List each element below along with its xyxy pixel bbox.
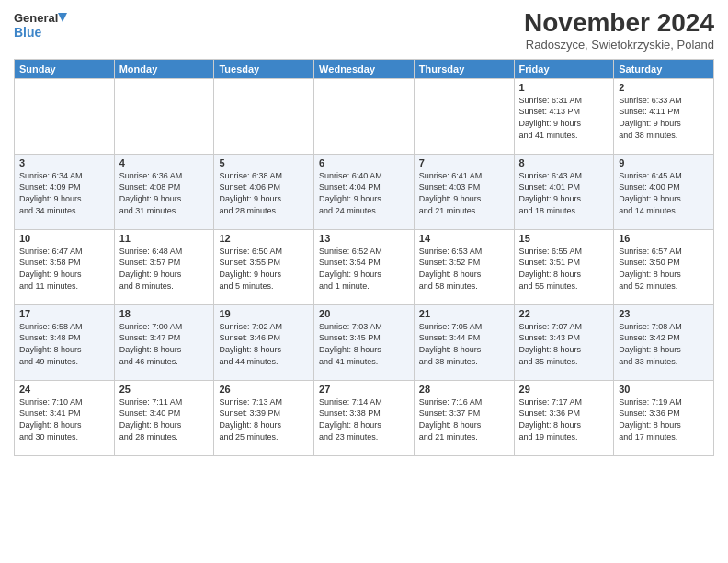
calendar-cell: 27Sunrise: 7:14 AM Sunset: 3:38 PM Dayli…: [314, 380, 415, 455]
calendar-cell: 12Sunrise: 6:50 AM Sunset: 3:55 PM Dayli…: [214, 229, 314, 304]
day-info: Sunrise: 7:19 AM Sunset: 3:36 PM Dayligh…: [619, 396, 709, 442]
day-info: Sunrise: 6:38 AM Sunset: 4:06 PM Dayligh…: [219, 170, 309, 216]
weekday-header-sunday: Sunday: [15, 59, 115, 78]
calendar-cell: 1Sunrise: 6:31 AM Sunset: 4:13 PM Daylig…: [514, 78, 614, 154]
day-number: 6: [319, 157, 409, 168]
calendar-cell: 29Sunrise: 7:17 AM Sunset: 3:36 PM Dayli…: [514, 380, 614, 455]
day-number: 5: [219, 157, 309, 168]
calendar-week-3: 10Sunrise: 6:47 AM Sunset: 3:58 PM Dayli…: [15, 229, 714, 304]
calendar-cell: [114, 78, 214, 154]
day-number: 15: [519, 233, 609, 244]
calendar-cell: 5Sunrise: 6:38 AM Sunset: 4:06 PM Daylig…: [214, 154, 314, 229]
calendar-week-2: 3Sunrise: 6:34 AM Sunset: 4:09 PM Daylig…: [15, 154, 714, 229]
calendar-cell: [314, 78, 415, 154]
day-info: Sunrise: 7:03 AM Sunset: 3:45 PM Dayligh…: [319, 321, 409, 367]
day-info: Sunrise: 7:00 AM Sunset: 3:47 PM Dayligh…: [119, 321, 210, 367]
day-info: Sunrise: 7:08 AM Sunset: 3:42 PM Dayligh…: [619, 321, 709, 367]
day-number: 16: [619, 233, 709, 244]
calendar-week-1: 1Sunrise: 6:31 AM Sunset: 4:13 PM Daylig…: [15, 78, 714, 154]
weekday-header-row: SundayMondayTuesdayWednesdayThursdayFrid…: [15, 59, 714, 78]
calendar-cell: 24Sunrise: 7:10 AM Sunset: 3:41 PM Dayli…: [15, 380, 115, 455]
day-info: Sunrise: 6:50 AM Sunset: 3:55 PM Dayligh…: [219, 246, 309, 292]
day-number: 18: [119, 308, 210, 319]
logo-icon: GeneralBlue: [14, 9, 69, 42]
calendar-cell: 16Sunrise: 6:57 AM Sunset: 3:50 PM Dayli…: [614, 229, 714, 304]
day-info: Sunrise: 7:02 AM Sunset: 3:46 PM Dayligh…: [219, 321, 309, 367]
calendar-cell: 19Sunrise: 7:02 AM Sunset: 3:46 PM Dayli…: [214, 304, 314, 380]
day-number: 12: [219, 233, 309, 244]
day-number: 7: [419, 157, 509, 168]
svg-text:Blue: Blue: [14, 25, 42, 40]
logo: GeneralBlue: [14, 9, 69, 42]
day-number: 20: [319, 308, 409, 319]
day-info: Sunrise: 7:13 AM Sunset: 3:39 PM Dayligh…: [219, 396, 309, 442]
day-number: 1: [519, 82, 609, 93]
day-number: 2: [619, 82, 709, 93]
calendar-cell: [15, 78, 115, 154]
header: GeneralBlue November 2024 Radoszyce, Swi…: [14, 9, 714, 52]
calendar-cell: 17Sunrise: 6:58 AM Sunset: 3:48 PM Dayli…: [15, 304, 115, 380]
day-info: Sunrise: 7:16 AM Sunset: 3:37 PM Dayligh…: [419, 396, 509, 442]
calendar-table: SundayMondayTuesdayWednesdayThursdayFrid…: [14, 59, 714, 456]
day-info: Sunrise: 6:57 AM Sunset: 3:50 PM Dayligh…: [619, 246, 709, 292]
day-info: Sunrise: 6:33 AM Sunset: 4:11 PM Dayligh…: [619, 95, 709, 141]
calendar-week-4: 17Sunrise: 6:58 AM Sunset: 3:48 PM Dayli…: [15, 304, 714, 380]
weekday-header-friday: Friday: [514, 59, 614, 78]
day-info: Sunrise: 6:48 AM Sunset: 3:57 PM Dayligh…: [119, 246, 210, 292]
calendar-cell: 2Sunrise: 6:33 AM Sunset: 4:11 PM Daylig…: [614, 78, 714, 154]
calendar-cell: 15Sunrise: 6:55 AM Sunset: 3:51 PM Dayli…: [514, 229, 614, 304]
day-number: 3: [19, 157, 109, 168]
calendar-cell: 13Sunrise: 6:52 AM Sunset: 3:54 PM Dayli…: [314, 229, 415, 304]
day-number: 30: [619, 384, 709, 395]
day-number: 22: [519, 308, 609, 319]
day-number: 21: [419, 308, 509, 319]
svg-marker-2: [58, 13, 67, 22]
calendar-week-5: 24Sunrise: 7:10 AM Sunset: 3:41 PM Dayli…: [15, 380, 714, 455]
day-number: 25: [119, 384, 210, 395]
weekday-header-tuesday: Tuesday: [214, 59, 314, 78]
location-subtitle: Radoszyce, Swietokrzyskie, Poland: [524, 38, 714, 52]
calendar-cell: [414, 78, 514, 154]
day-number: 26: [219, 384, 309, 395]
day-number: 4: [119, 157, 210, 168]
calendar-cell: [214, 78, 314, 154]
calendar-cell: 11Sunrise: 6:48 AM Sunset: 3:57 PM Dayli…: [114, 229, 214, 304]
calendar-cell: 30Sunrise: 7:19 AM Sunset: 3:36 PM Dayli…: [614, 380, 714, 455]
day-info: Sunrise: 6:47 AM Sunset: 3:58 PM Dayligh…: [19, 246, 109, 292]
weekday-header-monday: Monday: [114, 59, 214, 78]
day-number: 28: [419, 384, 509, 395]
day-info: Sunrise: 7:14 AM Sunset: 3:38 PM Dayligh…: [319, 396, 409, 442]
day-number: 8: [519, 157, 609, 168]
weekday-header-thursday: Thursday: [414, 59, 514, 78]
day-info: Sunrise: 6:45 AM Sunset: 4:00 PM Dayligh…: [619, 170, 709, 216]
day-number: 11: [119, 233, 210, 244]
calendar-cell: 22Sunrise: 7:07 AM Sunset: 3:43 PM Dayli…: [514, 304, 614, 380]
page: GeneralBlue November 2024 Radoszyce, Swi…: [0, 0, 728, 563]
svg-text:General: General: [14, 11, 58, 25]
day-number: 9: [619, 157, 709, 168]
day-info: Sunrise: 6:31 AM Sunset: 4:13 PM Dayligh…: [519, 95, 609, 141]
day-info: Sunrise: 7:17 AM Sunset: 3:36 PM Dayligh…: [519, 396, 609, 442]
day-info: Sunrise: 6:41 AM Sunset: 4:03 PM Dayligh…: [419, 170, 509, 216]
calendar-cell: 26Sunrise: 7:13 AM Sunset: 3:39 PM Dayli…: [214, 380, 314, 455]
calendar-cell: 14Sunrise: 6:53 AM Sunset: 3:52 PM Dayli…: [414, 229, 514, 304]
day-number: 13: [319, 233, 409, 244]
calendar-cell: 7Sunrise: 6:41 AM Sunset: 4:03 PM Daylig…: [414, 154, 514, 229]
day-info: Sunrise: 6:52 AM Sunset: 3:54 PM Dayligh…: [319, 246, 409, 292]
day-number: 23: [619, 308, 709, 319]
calendar-cell: 23Sunrise: 7:08 AM Sunset: 3:42 PM Dayli…: [614, 304, 714, 380]
title-block: November 2024 Radoszyce, Swietokrzyskie,…: [524, 9, 714, 52]
day-info: Sunrise: 6:53 AM Sunset: 3:52 PM Dayligh…: [419, 246, 509, 292]
day-info: Sunrise: 7:10 AM Sunset: 3:41 PM Dayligh…: [19, 396, 109, 442]
day-info: Sunrise: 6:36 AM Sunset: 4:08 PM Dayligh…: [119, 170, 210, 216]
day-number: 24: [19, 384, 109, 395]
day-info: Sunrise: 6:43 AM Sunset: 4:01 PM Dayligh…: [519, 170, 609, 216]
calendar-cell: 9Sunrise: 6:45 AM Sunset: 4:00 PM Daylig…: [614, 154, 714, 229]
month-title: November 2024: [524, 9, 714, 38]
weekday-header-saturday: Saturday: [614, 59, 714, 78]
day-info: Sunrise: 6:34 AM Sunset: 4:09 PM Dayligh…: [19, 170, 109, 216]
calendar-cell: 8Sunrise: 6:43 AM Sunset: 4:01 PM Daylig…: [514, 154, 614, 229]
day-number: 14: [419, 233, 509, 244]
day-info: Sunrise: 6:58 AM Sunset: 3:48 PM Dayligh…: [19, 321, 109, 367]
calendar-cell: 28Sunrise: 7:16 AM Sunset: 3:37 PM Dayli…: [414, 380, 514, 455]
